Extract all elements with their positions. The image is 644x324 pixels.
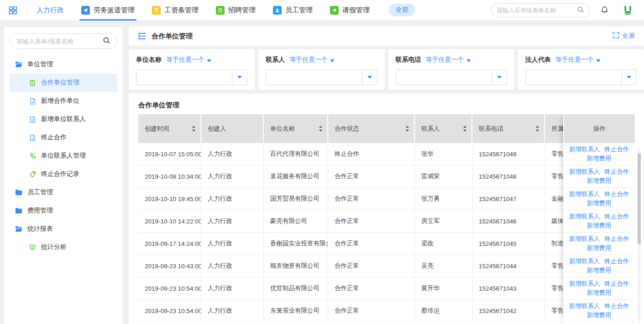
actions-line: 新增费用 [587,289,612,297]
filter-value-select[interactable] [525,69,637,85]
row-action-link[interactable]: 新增费用 [587,177,612,185]
table-header-cell[interactable]: 创建时间 [138,114,201,143]
sidebar-item[interactable]: 终止合作 [10,128,117,147]
nav-tab[interactable]: 人力行政 [37,0,64,21]
row-action-link[interactable]: 终止合作 [604,212,629,221]
notifications-bell-icon[interactable] [600,5,609,15]
row-action-link[interactable]: 新增费用 [587,244,612,252]
table-cell-company: 香榭园实业投资有限公司 [264,233,328,255]
nav-tab[interactable]: 劳务派遣管理 [81,0,135,21]
global-search-input[interactable] [497,7,577,14]
caret-down-icon [492,70,507,85]
table-cell-creator: 人力行政 [201,233,264,255]
row-action-link[interactable]: 终止合作 [604,280,629,288]
table-header-cell[interactable]: 联系电话 [472,114,545,143]
row-action-link[interactable]: 新增联系人 [569,280,600,288]
sidebar-search-input[interactable] [16,38,103,45]
page-title: 合作单位管理 [152,32,193,41]
table-cell-creator: 人力行政 [201,210,264,232]
nav-tab[interactable]: 工资条管理 [152,0,199,21]
all-apps-pill[interactable]: 全部 [389,4,415,16]
table-header-cell[interactable]: 合作状态 [328,114,415,143]
caret-down-icon [466,56,471,64]
row-action-link[interactable]: 终止合作 [604,257,629,266]
table-cell-phone: 15245671049 [472,143,545,165]
row-action-link[interactable]: 终止合作 [604,235,629,243]
sidebar-item[interactable]: 单位管理 [10,55,117,74]
actions-line: 新增联系人终止合作 [569,280,629,288]
table-header-cell: 创建人 [201,114,264,143]
sidebar-item[interactable]: 终止合作记录 [10,165,117,183]
fullscreen-button[interactable]: 全屏 [613,32,635,40]
sidebar-item[interactable]: 新增合作单位 [10,92,117,110]
table-header-cell[interactable]: 单位名称 [264,114,328,143]
global-search[interactable] [491,3,590,17]
table-cell-contact: 蔡传运 [415,300,472,322]
row-action-link[interactable]: 新增费用 [587,199,612,207]
sidebar-search[interactable] [10,33,117,49]
filter-label: 单位名称 [136,56,162,64]
row-action-link[interactable]: 新增联系人 [569,212,600,221]
filter-bar: 单位名称等于任意一个联系人等于任意一个联系电话等于任意一个法人代表等于任意一个 [129,49,644,90]
row-action-link[interactable]: 终止合作 [604,145,629,154]
row-action-link[interactable]: 新增联系人 [569,257,600,266]
sidebar-item[interactable]: 统计分析 [10,238,117,256]
table-header-cell[interactable]: 联系人 [415,114,472,143]
sort-icon[interactable] [316,126,323,132]
row-action-link[interactable]: 新增联系人 [569,190,600,198]
nav-tab[interactable]: 请假管理 [330,0,370,21]
actions-line: 新增费用 [587,154,612,163]
sort-icon[interactable] [189,126,196,132]
row-action-link[interactable]: 新增费用 [587,266,612,275]
table-cell-company: 顺友物资有限公司 [264,255,328,277]
row-action-link[interactable]: 新增费用 [587,154,612,163]
fullscreen-icon [613,32,619,40]
filter-value [136,70,232,85]
filter-operator-dropdown[interactable]: 等于任意一个 [166,56,211,64]
sort-icon[interactable] [533,126,539,132]
row-action-link[interactable]: 终止合作 [604,168,629,176]
table-cell-phone: 15245671043 [472,277,545,299]
sort-icon[interactable] [460,126,467,132]
filter-value-select[interactable] [396,69,507,85]
scrollbar-thumb[interactable] [638,153,641,244]
table-cell-created_at: 2019-09-23 10:54:00 [138,300,201,322]
sidebar-item-label: 统计分析 [41,243,67,251]
clipboard-icon [29,80,36,86]
table-row: 2019-10-10 19:45:00人力行政国芳贸易有限公司合作正常张万勇15… [138,188,635,210]
row-action-link[interactable]: 新增费用 [587,222,612,230]
row-action-link[interactable]: 新增联系人 [569,168,600,176]
table-cell-created_at: 2019-10-08 10:34:00 [138,165,201,187]
sidebar-item[interactable]: 合作单位管理 [10,74,117,92]
workspace-logo[interactable] [620,2,636,18]
row-action-link[interactable]: 新增联系人 [569,145,600,154]
nav-tab[interactable]: 员工管理 [273,0,313,21]
filter-value-select[interactable] [136,69,247,85]
row-action-link[interactable]: 新增联系人 [569,235,600,243]
sidebar-item[interactable]: 新增单位联系人 [10,110,117,128]
filter-operator-dropdown[interactable]: 等于任意一个 [426,56,471,64]
sidebar-item[interactable]: 统计报表 [10,220,117,238]
row-action-link[interactable]: 终止合作 [604,302,629,310]
sidebar-item[interactable]: 员工管理 [10,183,117,202]
sidebar-item[interactable]: 单位联系人管理 [10,147,117,165]
sort-icon[interactable] [403,126,409,132]
table-cell-status: 合作正常 [328,188,415,210]
nav-tab[interactable]: 招聘管理 [216,0,256,21]
collapse-sidebar-icon[interactable] [138,32,146,40]
filter-label: 法人代表 [525,56,551,64]
row-action-link[interactable]: 新增联系人 [569,302,600,310]
filter-operator-dropdown[interactable]: 等于任意一个 [289,56,335,64]
actions-line: 新增联系人终止合作 [569,302,629,310]
row-action-link[interactable]: 终止合作 [604,190,629,198]
filter-operator-dropdown[interactable]: 等于任意一个 [555,56,601,64]
sidebar-item[interactable]: 费用管理 [10,202,117,220]
row-action-link[interactable]: 新增费用 [587,311,612,319]
apps-grid-icon[interactable] [8,5,18,15]
table-row: 2019-10-07 15:05:00人力行政百代代理有限公司终止合作张华152… [138,143,635,165]
actions-cell: 新增联系人终止合作新增费用 [563,165,635,188]
table-cell-created_at: 2019-10-07 15:05:00 [138,143,201,165]
row-action-link[interactable]: 新增费用 [587,289,612,297]
actions-line: 新增费用 [587,311,612,319]
filter-value-select[interactable] [266,69,377,85]
